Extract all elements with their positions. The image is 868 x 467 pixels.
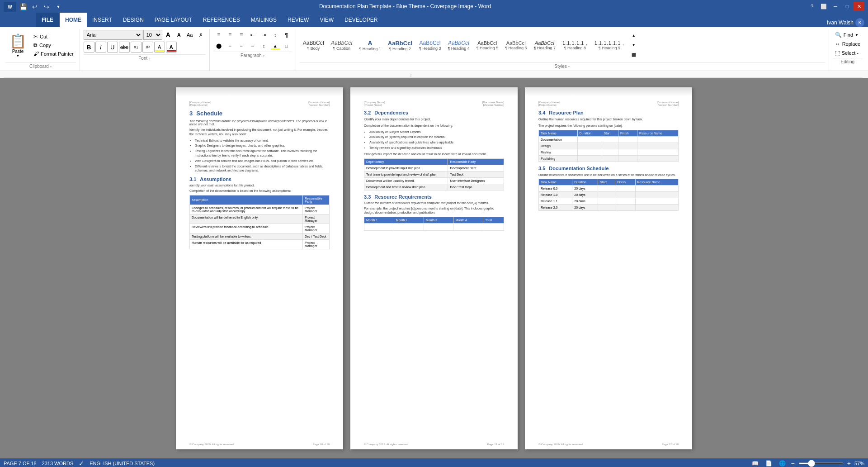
table-row: Human resources will be available for as… — [190, 239, 330, 249]
zoom-slider[interactable] — [798, 462, 844, 464]
col-month2: Month 2 — [394, 217, 424, 224]
status-bar: PAGE 7 OF 18 2313 WORDS ✓ ENGLISH (UNITE… — [0, 458, 868, 467]
subscript-button[interactable]: X₂ — [131, 42, 142, 52]
copy-button[interactable]: ⧉ Copy — [31, 41, 76, 49]
line-spacing-button[interactable]: ↕ — [259, 41, 269, 51]
increase-indent-button[interactable]: ⇥ — [259, 30, 269, 40]
maximize-button[interactable]: □ — [842, 2, 853, 11]
style-caption[interactable]: AaBbCcI ¶ Caption — [328, 38, 355, 52]
page-dependencies: [Company Name] [Project Name] [Document … — [350, 87, 518, 449]
tab-page-layout[interactable]: PAGE LAYOUT — [149, 13, 198, 27]
close-button[interactable]: ✕ — [854, 2, 864, 11]
paragraph-group: ≡ ≡ ≡ ⇤ ⇥ ↕ ¶ ⬤ ≡ ≡ ≡ ↕ — [210, 29, 296, 71]
zoom-in-icon[interactable]: + — [847, 460, 851, 467]
tab-review[interactable]: REVIEW — [282, 13, 314, 27]
tab-design[interactable]: DESIGN — [118, 13, 149, 27]
font-name-select[interactable]: Arial — [84, 30, 142, 40]
style-heading7[interactable]: AaBbCcI ¶ Heading 7 — [531, 39, 559, 52]
page-schedule: [Company Name] [Project Name] [Document … — [176, 87, 343, 449]
clipboard-side: ✂ Cut ⧉ Copy 🖌 Format Painter — [31, 33, 76, 58]
change-case-button[interactable]: Aa — [185, 30, 195, 40]
tab-developer[interactable]: DEVELOPER — [339, 13, 383, 27]
show-marks-button[interactable]: ¶ — [281, 30, 292, 40]
italic-button[interactable]: I — [95, 42, 106, 52]
grow-font-button[interactable]: A — [163, 30, 173, 40]
ribbon-toggle-button[interactable]: ⬜ — [818, 2, 829, 11]
style-heading3[interactable]: AaBbCcI ¶ Heading 3 — [416, 38, 444, 52]
borders-button[interactable]: □ — [281, 41, 292, 51]
font-group-label: Font ⬦ — [84, 54, 206, 62]
numbering-button[interactable]: ≡ — [225, 30, 236, 40]
style-heading6[interactable]: AaBbCcI ¶ Heading 6 — [502, 39, 530, 52]
help-button[interactable]: ? — [807, 2, 817, 11]
document-area[interactable]: [Company Name] [Project Name] [Document … — [0, 78, 868, 458]
multilevel-list-button[interactable]: ≡ — [236, 30, 247, 40]
tab-references[interactable]: REFERENCES — [198, 13, 245, 27]
paste-label: Paste — [12, 49, 24, 54]
font-expand-icon[interactable]: ⬦ — [148, 56, 151, 60]
col-assumption: Assumption — [190, 195, 303, 205]
bullets-button[interactable]: ≡ — [213, 30, 224, 40]
style-body[interactable]: AaBbCcI ¶ Body — [300, 38, 327, 52]
col-month3: Month 3 — [424, 217, 453, 224]
tab-view[interactable]: VIEW — [314, 13, 339, 27]
dependencies-table: Dependency Responsible Party Development… — [364, 158, 504, 191]
footer-page-3: Page 12 of 18 — [662, 443, 679, 446]
zoom-out-icon[interactable]: − — [791, 460, 795, 467]
align-center-button[interactable]: ≡ — [225, 41, 236, 51]
underline-button[interactable]: U — [107, 42, 118, 52]
clipboard-expand-icon[interactable]: ⬦ — [50, 64, 52, 68]
select-button[interactable]: ⬚ Select - — [833, 49, 863, 57]
doc-schedule-table: Task Name Duration Start Finish Resource… — [538, 179, 679, 211]
align-left-button[interactable]: ⬤ — [213, 41, 224, 51]
table-row: Review — [539, 149, 679, 155]
style-heading1[interactable]: A ¶ Heading 1 — [356, 38, 384, 52]
font-size-select[interactable]: 10 — [143, 30, 162, 40]
paragraph-expand-icon[interactable]: ⬦ — [263, 53, 265, 57]
undo-button[interactable]: ↩ — [30, 2, 40, 12]
decrease-indent-button[interactable]: ⇤ — [247, 30, 258, 40]
sort-button[interactable]: ↕ — [270, 30, 281, 40]
superscript-button[interactable]: X² — [142, 42, 153, 52]
cut-button[interactable]: ✂ Cut — [31, 33, 76, 41]
table-row: Release 0.0 20 days — [539, 186, 679, 192]
style-heading2[interactable]: AaBbCcI ¶ Heading 2 — [385, 38, 415, 52]
clear-formatting-button[interactable]: ✗ — [196, 30, 206, 40]
save-button[interactable]: 💾 — [18, 2, 28, 12]
editing-group-label: Editing — [833, 58, 863, 65]
read-mode-button[interactable]: 📖 — [750, 458, 760, 467]
customize-quick-access-button[interactable]: ▼ — [53, 2, 63, 12]
shrink-font-button[interactable]: A — [174, 30, 184, 40]
style-heading5[interactable]: AaBbCcI ¶ Heading 5 — [473, 39, 501, 52]
web-layout-button[interactable]: 🌐 — [778, 458, 788, 467]
styles-scroll-down-button[interactable]: ▼ — [629, 40, 639, 50]
paste-button[interactable]: 📋 Paste ▼ — [5, 31, 30, 60]
styles-scroll-up-button[interactable]: ▲ — [629, 31, 639, 40]
styles-expand-icon[interactable]: ⬦ — [568, 64, 570, 68]
tab-mailings[interactable]: MAILINGS — [245, 13, 282, 27]
justify-button[interactable]: ≡ — [247, 41, 258, 51]
align-right-button[interactable]: ≡ — [236, 41, 247, 51]
strikethrough-button[interactable]: abc — [119, 42, 130, 52]
redo-button[interactable]: ↪ — [42, 2, 52, 12]
project-name-1: [Project Name] — [189, 104, 211, 106]
style-heading8[interactable]: 1.1.1.1.1 , ¶ Heading 8 — [559, 39, 591, 52]
paste-dropdown[interactable]: ▼ — [16, 54, 20, 58]
tab-insert[interactable]: INSERT — [87, 13, 118, 27]
bullet-item: Timely reviews and signoff by authorized… — [369, 146, 504, 150]
minimize-button[interactable]: ─ — [830, 2, 841, 11]
rp-col-task: Task Name — [539, 130, 578, 136]
format-painter-button[interactable]: 🖌 Format Painter — [31, 50, 76, 58]
page-footer-2: © Company 2019. All rights reserved. Pag… — [364, 443, 504, 446]
style-heading4[interactable]: AaBbCcI ¶ Heading 4 — [444, 38, 472, 52]
replace-button[interactable]: ↔ Replace — [833, 40, 863, 48]
tab-file[interactable]: FILE — [36, 13, 59, 27]
style-heading9[interactable]: 1.1.1.1.1.1 , ¶ Heading 9 — [591, 39, 627, 52]
print-layout-button[interactable]: 📄 — [764, 458, 774, 467]
bold-button[interactable]: B — [84, 42, 94, 52]
page-top-fade-3 — [525, 87, 692, 96]
tab-home[interactable]: HOME — [60, 13, 87, 27]
styles-expand-button[interactable]: ⬛ — [629, 50, 639, 60]
cut-icon: ✂ — [33, 33, 38, 40]
find-button[interactable]: 🔍 Find ▼ — [833, 31, 863, 39]
